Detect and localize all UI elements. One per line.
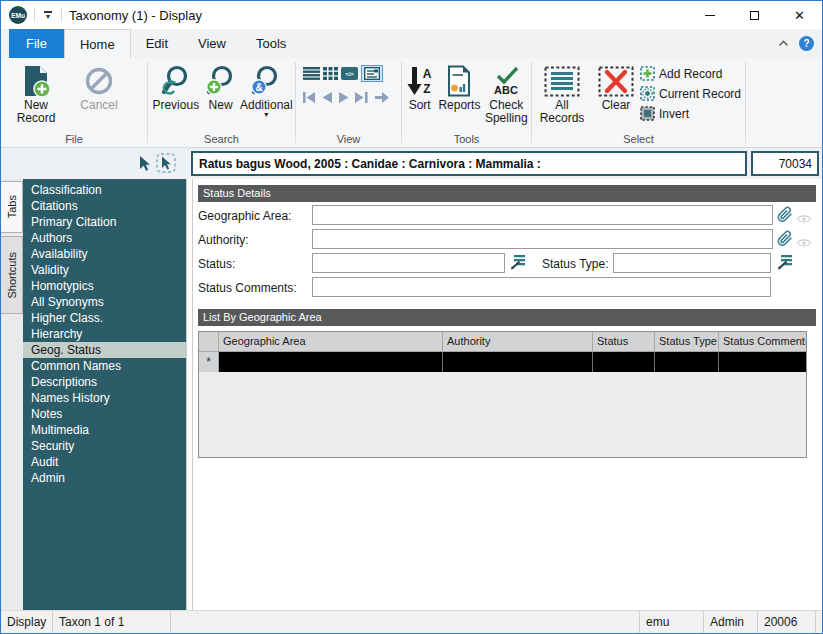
tab-edit[interactable]: Edit	[131, 29, 183, 58]
current-record-icon	[640, 86, 655, 101]
list-view-icon	[303, 67, 320, 80]
grid-view-icon	[323, 67, 338, 80]
grid-cell[interactable]	[219, 352, 443, 372]
grid-col-status-comments[interactable]: Status Comments	[719, 332, 806, 351]
tab-view[interactable]: View	[183, 29, 241, 58]
minimize-button[interactable]	[687, 1, 732, 29]
invert-label: Invert	[659, 107, 689, 121]
contact-sheet-view-button[interactable]	[323, 67, 338, 80]
collapse-ribbon-button[interactable]	[778, 40, 789, 47]
first-record-button[interactable]	[302, 91, 317, 104]
add-record-button[interactable]: Add Record	[640, 66, 744, 81]
sidebar-item-descriptions[interactable]: Descriptions	[23, 374, 186, 390]
status-field[interactable]	[312, 253, 505, 273]
sidebar-item-higher-class[interactable]: Higher Class.	[23, 310, 186, 326]
clear-selection-button[interactable]: Clear	[592, 58, 640, 112]
previous-label: Previous	[152, 99, 199, 112]
chevron-down-icon: ▾	[46, 14, 50, 20]
status-label: Status:	[198, 257, 235, 271]
code-glyph: </>	[345, 71, 354, 77]
status-type-field[interactable]	[613, 253, 771, 273]
close-button[interactable]: ✕	[777, 1, 822, 29]
help-button[interactable]: ?	[799, 36, 814, 51]
maximize-button[interactable]	[732, 1, 777, 29]
all-records-button[interactable]: All Records	[532, 58, 592, 125]
grid-col-geographic-area[interactable]: Geographic Area	[219, 332, 443, 351]
new-search-button[interactable]: New	[204, 58, 238, 112]
additional-search-button[interactable]: & Additional ▾	[238, 58, 295, 118]
tab-file[interactable]: File	[9, 29, 64, 58]
cancel-icon	[84, 66, 114, 96]
close-icon: ✕	[794, 9, 805, 22]
authority-field[interactable]	[312, 229, 773, 249]
sidebar-item-geog-status-selected[interactable]: Geog. Status	[23, 342, 186, 358]
port-indicator: 20006	[758, 611, 816, 633]
grid-header-row: Geographic Area Authority Status Status …	[199, 332, 806, 352]
grid-col-status-type[interactable]: Status Type	[655, 332, 719, 351]
last-record-button[interactable]	[354, 91, 369, 104]
attach-button[interactable]	[777, 230, 793, 251]
current-record-button[interactable]: Current Record	[640, 86, 744, 101]
grid-cell[interactable]	[593, 352, 655, 372]
ribbon-tab-row: File Home Edit View Tools ?	[1, 29, 822, 58]
new-record-icon	[20, 64, 52, 98]
record-position-indicator: Taxon 1 of 1	[53, 611, 171, 633]
sidebar-item-primary-citation[interactable]: Primary Citation	[23, 214, 186, 230]
sidebar-item-common-names[interactable]: Common Names	[23, 358, 186, 374]
select-region-button[interactable]	[156, 153, 176, 177]
sidebar-item-audit[interactable]: Audit	[23, 454, 186, 470]
geographic-area-field[interactable]	[312, 205, 773, 225]
ribbon-group-select: All Records Clear	[532, 58, 745, 147]
sidebar-item-notes[interactable]: Notes	[23, 406, 186, 422]
next-record-button[interactable]	[337, 91, 351, 104]
check-spelling-label2: Spelling	[485, 112, 528, 125]
reports-button[interactable]: Reports	[437, 58, 481, 112]
grid-cell[interactable]	[719, 352, 806, 372]
grid-new-row-selected[interactable]: *	[199, 352, 806, 372]
check-spelling-button[interactable]: ABC Check Spelling	[482, 58, 531, 125]
sidebar-item-availability[interactable]: Availability	[23, 246, 186, 262]
sidebar-item-authors[interactable]: Authors	[23, 230, 186, 246]
sort-button[interactable]: A Z Sort	[402, 58, 437, 112]
vertical-tab-tabs[interactable]: Tabs	[1, 181, 23, 233]
sidebar-item-admin[interactable]: Admin	[23, 470, 186, 486]
page-view-button[interactable]: </>	[341, 67, 358, 80]
invert-selection-button[interactable]: Invert	[640, 106, 744, 121]
sidebar-item-multimedia[interactable]: Multimedia	[23, 422, 186, 438]
status-type-lookup-button[interactable]	[777, 253, 793, 274]
grid-cell[interactable]	[655, 352, 719, 372]
previous-search-button[interactable]: Previous	[148, 58, 204, 112]
sidebar-item-security[interactable]: Security	[23, 438, 186, 454]
grid-cell[interactable]	[443, 352, 593, 372]
previous-record-button[interactable]	[320, 91, 334, 104]
details-view-button-selected[interactable]	[361, 65, 383, 82]
group-label-tools: Tools	[402, 133, 531, 145]
record-number: 70034	[751, 151, 819, 176]
sidebar-item-hierarchy[interactable]: Hierarchy	[23, 326, 186, 342]
goto-record-button[interactable]	[374, 91, 390, 104]
tab-tools[interactable]: Tools	[241, 29, 301, 58]
select-pointer-button[interactable]	[136, 155, 152, 176]
grid-col-status[interactable]: Status	[593, 332, 655, 351]
grid-col-authority[interactable]: Authority	[443, 332, 593, 351]
side-tab-strip: Tabs Shortcuts	[1, 179, 23, 610]
module-tab-list: Classification Citations Primary Citatio…	[23, 179, 186, 610]
status-lookup-button[interactable]	[510, 253, 526, 274]
tab-home[interactable]: Home	[64, 29, 131, 58]
sidebar-item-names-history[interactable]: Names History	[23, 390, 186, 406]
attach-button[interactable]	[777, 206, 793, 227]
quick-access-dropdown[interactable]: ▾	[42, 11, 54, 20]
sidebar-item-citations[interactable]: Citations	[23, 198, 186, 214]
vertical-tab-shortcuts-label: Shortcuts	[6, 252, 18, 298]
sidebar-item-homotypics[interactable]: Homotypics	[23, 278, 186, 294]
list-view-button[interactable]	[303, 67, 320, 80]
splitter[interactable]	[186, 179, 193, 610]
abc-glyph: ABC	[494, 84, 518, 96]
status-comments-field[interactable]	[312, 277, 771, 297]
sidebar-item-classification[interactable]: Classification	[23, 182, 186, 198]
vertical-tab-shortcuts[interactable]: Shortcuts	[1, 236, 23, 314]
sidebar-item-validity[interactable]: Validity	[23, 262, 186, 278]
sidebar-item-all-synonyms[interactable]: All Synonyms	[23, 294, 186, 310]
new-record-button[interactable]: New Record	[1, 58, 71, 125]
cancel-button[interactable]: Cancel	[71, 58, 127, 112]
